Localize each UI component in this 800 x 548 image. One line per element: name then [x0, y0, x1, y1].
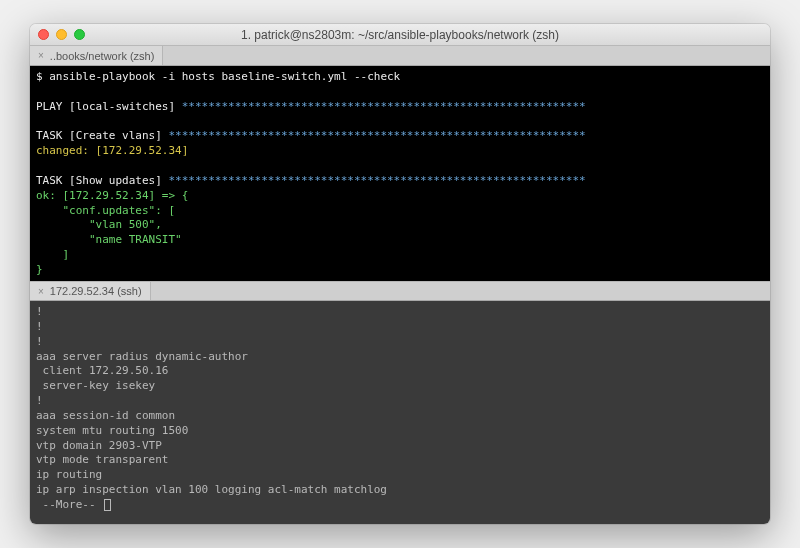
- titlebar: 1. patrick@ns2803m: ~/src/ansible-playbo…: [30, 24, 770, 46]
- ok-arrow: => {: [155, 189, 188, 202]
- tab-top[interactable]: × ..books/network (zsh): [30, 46, 163, 65]
- out-line: vtp mode transparent: [36, 453, 168, 466]
- tab-bottom[interactable]: × 172.29.52.34 (ssh): [30, 282, 151, 300]
- out-line: !: [36, 335, 43, 348]
- traffic-lights: [38, 29, 85, 40]
- task1-label: TASK [Create vlans]: [36, 129, 168, 142]
- task2-label: TASK [Show updates]: [36, 174, 168, 187]
- play-label: PLAY [local-switches]: [36, 100, 182, 113]
- more-prompt: --More--: [36, 498, 102, 511]
- out-line: !: [36, 305, 43, 318]
- conf-key: "conf.updates": [: [36, 204, 175, 217]
- out-line: aaa session-id common: [36, 409, 175, 422]
- out-line: aaa server radius dynamic-author: [36, 350, 248, 363]
- prompt: $: [36, 70, 49, 83]
- out-line: vtp domain 2903-VTP: [36, 439, 162, 452]
- terminal-pane-top[interactable]: $ ansible-playbook -i hosts baseline-swi…: [30, 66, 770, 281]
- task2-stars: ****************************************…: [168, 174, 585, 187]
- close-brace: }: [36, 263, 43, 276]
- minimize-icon[interactable]: [56, 29, 67, 40]
- tab-label: ..books/network (zsh): [50, 50, 155, 62]
- close-tab-icon[interactable]: ×: [38, 286, 44, 297]
- zoom-icon[interactable]: [74, 29, 85, 40]
- transit-line: "name TRANSIT": [36, 233, 182, 246]
- task1-stars: ****************************************…: [168, 129, 585, 142]
- ok-prefix: ok:: [36, 189, 63, 202]
- command-text: ansible-playbook -i hosts baseline-switc…: [49, 70, 400, 83]
- out-line: ip arp inspection vlan 100 logging acl-m…: [36, 483, 387, 496]
- ok-host: [172.29.52.34]: [63, 189, 156, 202]
- out-line: server-key isekey: [36, 379, 155, 392]
- out-line: system mtu routing 1500: [36, 424, 188, 437]
- changed-prefix: changed:: [36, 144, 96, 157]
- close-bracket: ]: [36, 248, 69, 261]
- window-title: 1. patrick@ns2803m: ~/src/ansible-playbo…: [30, 28, 770, 42]
- out-line: client 172.29.50.16: [36, 364, 168, 377]
- top-tabbar: × ..books/network (zsh): [30, 46, 770, 66]
- bottom-tabbar: × 172.29.52.34 (ssh): [30, 281, 770, 301]
- out-line: !: [36, 394, 43, 407]
- terminal-pane-bottom[interactable]: ! ! ! aaa server radius dynamic-author c…: [30, 301, 770, 524]
- cursor-icon: [104, 499, 111, 511]
- close-icon[interactable]: [38, 29, 49, 40]
- out-line: !: [36, 320, 43, 333]
- tab-label: 172.29.52.34 (ssh): [50, 285, 142, 297]
- play-stars: ****************************************…: [182, 100, 586, 113]
- out-line: ip routing: [36, 468, 102, 481]
- terminal-window: 1. patrick@ns2803m: ~/src/ansible-playbo…: [30, 24, 770, 524]
- vlan-line: "vlan 500",: [36, 218, 162, 231]
- changed-host: [172.29.52.34]: [96, 144, 189, 157]
- close-tab-icon[interactable]: ×: [38, 50, 44, 61]
